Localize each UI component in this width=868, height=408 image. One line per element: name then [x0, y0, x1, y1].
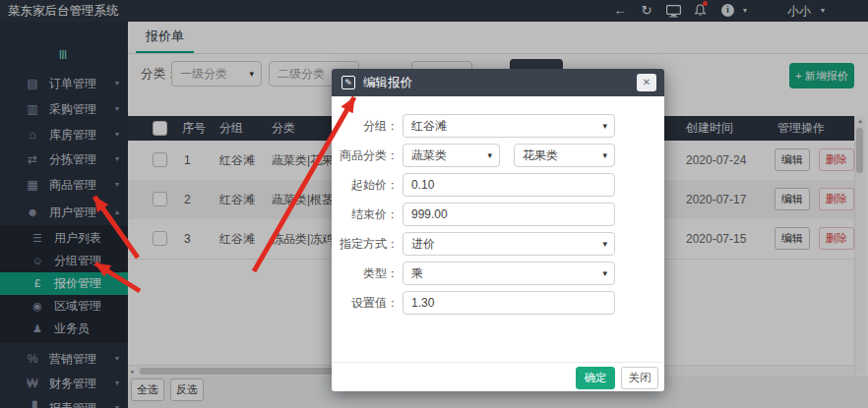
start-price-input[interactable] — [403, 173, 615, 197]
modal-title: 编辑报价 — [363, 69, 412, 96]
confirm-button[interactable]: 确定 — [576, 367, 615, 389]
method-label: 指定方式： — [332, 232, 399, 256]
start-price-label: 起始价： — [332, 173, 399, 197]
category2-select[interactable]: 花果类 ▾ — [514, 144, 615, 167]
category-label: 商品分类： — [332, 144, 399, 167]
group-label: 分组： — [332, 114, 399, 138]
chevron-down-icon: ▾ — [602, 262, 607, 284]
chevron-down-icon: ▾ — [602, 145, 607, 166]
close-icon[interactable]: ✕ — [637, 74, 656, 91]
edit-quote-modal: ✎ 编辑报价 ✕ 分组： 红谷滩 ▾ 商品分类： 蔬菜类 ▾ 花果类 ▾ 起始价… — [332, 69, 664, 391]
type-label: 类型： — [332, 262, 399, 285]
set-value-input[interactable] — [403, 291, 615, 315]
modal-footer-divider — [332, 362, 664, 363]
app-screen: 菜东家后台管理系统 ← ↻ i ▾ 小小 ▾ Ⅲ ▤ 订单管理 ▾ ▥ 采购管理… — [0, 0, 868, 408]
end-price-input[interactable] — [403, 203, 615, 226]
type-select[interactable]: 乘 ▾ — [403, 262, 615, 285]
method-select[interactable]: 进价 ▾ — [403, 232, 615, 256]
set-value-label: 设置值： — [332, 291, 399, 315]
close-button[interactable]: 关闭 — [621, 367, 658, 389]
group-select[interactable]: 红谷滩 ▾ — [403, 114, 615, 138]
modal-header[interactable]: ✎ 编辑报价 ✕ — [332, 69, 664, 96]
category1-select[interactable]: 蔬菜类 ▾ — [403, 144, 500, 167]
chevron-down-icon: ▾ — [602, 115, 607, 137]
chevron-down-icon: ▾ — [487, 145, 492, 166]
end-price-label: 结束价： — [332, 203, 399, 226]
chevron-down-icon: ▾ — [602, 233, 607, 255]
edit-pencil-icon: ✎ — [341, 76, 355, 89]
